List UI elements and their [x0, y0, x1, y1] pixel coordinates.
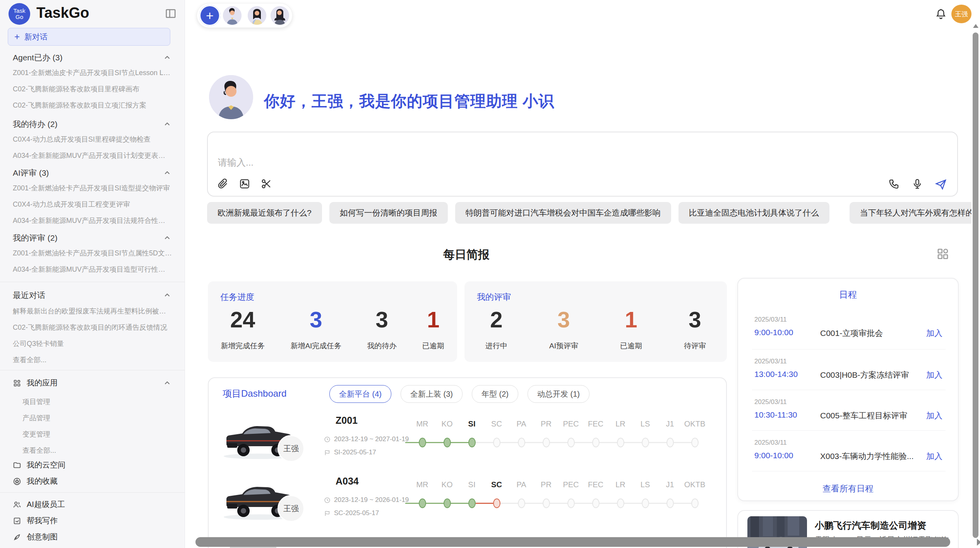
chevron-up-icon[interactable] [163, 291, 171, 300]
stat-overdue: 1 已逾期 [620, 308, 642, 351]
schedule-name: C003|H0B-方案冻结评审 [820, 370, 909, 380]
milestone-label: J1 [666, 420, 674, 430]
filter-tab[interactable]: 全新上装 (3) [401, 385, 463, 403]
chat-input[interactable]: 请输入... [218, 156, 254, 169]
join-link[interactable]: 加入 [926, 328, 942, 339]
list-item[interactable]: A034-全新新能源MUV产品开发项目计划变更表编写 [13, 151, 172, 160]
chevron-up-icon[interactable] [163, 169, 171, 177]
input-right-tools [888, 178, 946, 190]
list-item[interactable]: A034-全新新能源MUV产品开发项目法规符合性评审 [13, 216, 172, 225]
microphone-icon[interactable] [911, 178, 923, 190]
filter-tab[interactable]: 年型 (2) [472, 385, 518, 403]
chevron-up-icon[interactable] [163, 379, 171, 387]
view-all-link[interactable]: 查看全部... [13, 355, 172, 365]
suggestion-chip[interactable]: 特朗普可能对进口汽车增税会对中国车企造成哪些影响 [455, 202, 671, 224]
vertical-scrollbar[interactable] [973, 33, 978, 538]
new-chat-button[interactable]: + 新对话 [8, 28, 170, 46]
milestone-node [543, 498, 550, 508]
join-link[interactable]: 加入 [926, 370, 942, 380]
sidebar-collapse-icon[interactable] [165, 8, 176, 19]
list-item[interactable]: 项目管理 [22, 397, 173, 406]
add-agent-button[interactable]: + [199, 5, 220, 26]
suggestion-chip[interactable]: 当下年轻人对汽车外观有怎样的喜好趋势 [850, 202, 980, 224]
image-icon[interactable] [239, 178, 250, 190]
milestone-fec: FEC [583, 420, 608, 447]
list-item[interactable]: C02-飞腾新能源轻客改款项目立项汇报方案 [13, 101, 172, 110]
attachment-icon[interactable] [217, 178, 229, 190]
milestone-label: LS [641, 420, 650, 430]
phone-icon[interactable] [888, 178, 900, 190]
dashboard-filters: 全新平台 (4) 全新上装 (3) 年型 (2) 动总开发 (1) [329, 385, 589, 403]
project-dashboard-card: 项目Dashboard 全新平台 (4) 全新上装 (3) 年型 (2) 动总开… [208, 377, 727, 548]
folder-icon [13, 461, 21, 469]
sidebar-item-cloud-space[interactable]: 我的云空间 [13, 460, 171, 470]
join-link[interactable]: 加入 [926, 410, 942, 421]
sidebar-item-ai-employee[interactable]: AI超级员工 [13, 499, 171, 510]
milestone-label: LR [615, 420, 625, 430]
suggestion-chip[interactable]: 如何写一份清晰的项目周报 [329, 202, 448, 224]
project-dates-text: 2023-12-19 ~ 2026-01-19 [334, 496, 409, 504]
filter-tab[interactable]: 动总开发 (1) [528, 385, 589, 403]
sidebar-item-my-apps[interactable]: 我的应用 [13, 378, 171, 388]
avatar[interactable] [223, 6, 242, 25]
list-item[interactable]: 解释最新出台的欧盟报废车法规再生塑料比例被调至15%... [13, 307, 172, 316]
notification-bell-icon[interactable] [935, 8, 947, 20]
assistant-avatar [209, 75, 253, 119]
milestone-lr: LR [608, 480, 633, 508]
milestone-si: SI [459, 420, 484, 447]
milestone-node [493, 438, 500, 447]
scroll-right-arrow[interactable] [977, 539, 980, 546]
chevron-up-icon[interactable] [163, 234, 171, 242]
list-item[interactable]: 变更管理 [22, 430, 173, 439]
milestone-node [468, 438, 476, 447]
user-avatar[interactable]: 王强 [951, 5, 971, 23]
milestone-sc: SC [484, 480, 509, 508]
suggestion-chips: 欧洲新规最近颁布了什么? 如何写一份清晰的项目周报 特朗普可能对进口汽车增税会对… [207, 202, 958, 224]
scissors-icon[interactable] [260, 178, 272, 190]
scroll-up-arrow[interactable] [973, 24, 978, 28]
project-flag-text: SI-2025-05-17 [334, 449, 376, 456]
filter-tab[interactable]: 全新平台 (4) [329, 385, 391, 403]
project-flag-text: SC-2025-05-17 [334, 509, 379, 517]
divider [0, 492, 185, 493]
sidebar-item-help-write[interactable]: 帮我写作 [13, 515, 171, 526]
stat-label: 新增完成任务 [221, 341, 265, 351]
sidebar-item-label: 帮我写作 [27, 515, 58, 526]
list-item[interactable]: C02-飞腾新能源轻客改款项目里程碑画布 [13, 84, 172, 94]
sidebar-item-creative-draw[interactable]: 创意制图 [13, 532, 171, 542]
suggestion-chip[interactable]: 欧洲新规最近颁布了什么? [207, 202, 322, 224]
suggestion-chip[interactable]: 比亚迪全固态电池计划具体说了什么 [678, 202, 829, 224]
people-icon [13, 500, 21, 509]
app-root: Task Go TaskGo + 新对话 Agent已办 (3) Z001-全新… [0, 0, 980, 548]
view-all-link[interactable]: 查看全部... [22, 446, 173, 455]
list-item[interactable]: A034-全新新能源MUV产品开发项目造型可行性评审 [13, 265, 172, 274]
chevron-up-icon[interactable] [163, 53, 171, 62]
list-item[interactable]: Z001-全新燃油皮卡产品开发项目SI节点Lesson Learn报告 [13, 68, 172, 77]
task-progress-card: 任务进度 24 新增完成任务 3 新增AI完成任务 3 我的待办 1 已逾期 [208, 281, 457, 362]
list-item[interactable]: C02-飞腾新能源轻客改款项目的闭环通告反馈情况 [13, 323, 172, 332]
join-link[interactable]: 加入 [926, 451, 942, 462]
send-icon[interactable] [935, 178, 946, 190]
layout-grid-icon[interactable] [936, 247, 950, 261]
list-item[interactable]: 公司Q3轻卡销量 [13, 339, 172, 348]
schedule-name: X003-车辆动力学性能验... [820, 451, 914, 462]
list-item[interactable]: C0X4-动力总成开发项目工程变更评审 [13, 200, 172, 209]
sidebar-item-favorites[interactable]: 我的收藏 [13, 476, 171, 486]
avatar[interactable] [271, 6, 289, 25]
view-all-schedule-link[interactable]: 查看所有日程 [738, 483, 958, 495]
horizontal-scrollbar[interactable] [195, 537, 950, 547]
divider [752, 349, 946, 349]
milestone-label: J1 [666, 480, 674, 491]
stat-pending-review: 3 待评审 [684, 308, 706, 351]
list-item[interactable]: 产品管理 [22, 413, 173, 423]
list-item[interactable]: Z001-全新燃油轻卡产品开发项目SI造型提交物评审 [13, 183, 172, 193]
chevron-up-icon[interactable] [163, 120, 171, 128]
avatar[interactable] [248, 6, 266, 25]
milestone-label: PR [541, 480, 552, 491]
sidebar-item-label: 我的收藏 [27, 476, 58, 486]
list-item[interactable]: C0X4-动力总成开发项目SI里程碑提交物检查 [13, 135, 172, 144]
milestone-pa: PA [509, 420, 534, 447]
milestone-node [444, 498, 451, 508]
list-item[interactable]: Z001-全新燃油轻卡产品开发项目SI节点属性5D文件评审 [13, 248, 172, 258]
section-title: Agent已办 (3) [13, 52, 62, 63]
